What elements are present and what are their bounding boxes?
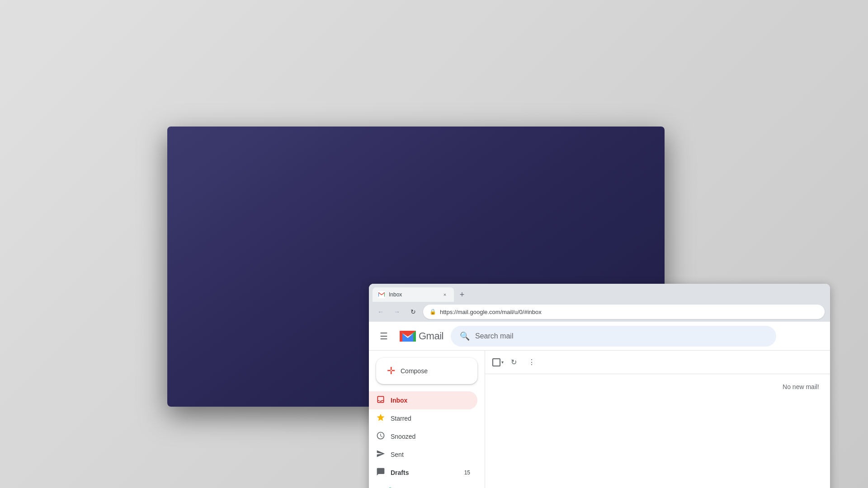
more-options-icon: ⋮ [528,358,535,366]
email-toolbar: ▾ ↻ ⋮ [485,351,830,374]
gmail-favicon-icon [378,291,385,298]
empty-state: No new mail! [485,374,830,488]
gmail-header: ☰ [369,322,830,351]
browser-tab-inbox[interactable]: Inbox × [373,287,454,302]
forward-button[interactable]: → [391,305,403,318]
search-placeholder-text: Search mail [475,332,513,340]
tab-bar: Inbox × + [369,284,830,302]
desktop: Inbox × + ← → ↻ 🔒 https://mail.google.co… [0,0,868,488]
sidebar-item-inbox[interactable]: Inbox [369,391,477,409]
back-button[interactable]: ← [374,305,387,318]
no-mail-message: No new mail! [783,383,819,390]
more-options-button[interactable]: ⋮ [524,354,540,371]
gmail-logo[interactable]: Gmail [399,329,443,343]
select-all-checkbox[interactable] [492,358,500,366]
refresh-toolbar-icon: ↻ [511,358,517,366]
select-checkbox-area[interactable]: ▾ [492,358,504,366]
drafts-label: Drafts [391,469,409,476]
starred-label: Starred [391,415,411,422]
gmail-wordmark: Gmail [419,330,443,342]
menu-icon[interactable]: ☰ [376,327,392,345]
sent-icon [376,449,385,460]
sidebar-item-drafts[interactable]: Drafts 15 [369,464,477,482]
monitor-bezel: Inbox × + ← → ↻ 🔒 https://mail.google.co… [167,127,665,407]
tab-close-button[interactable]: × [441,291,448,298]
new-tab-button[interactable]: + [456,288,468,301]
sidebar-item-starred[interactable]: Starred [369,409,477,427]
compose-plus-icon: ✛ [387,365,395,377]
search-bar[interactable]: 🔍 Search mail [451,326,776,347]
tab-title: Inbox [389,291,438,298]
url-bar[interactable]: 🔒 https://mail.google.com/mail/u/0/#inbo… [423,305,825,319]
sent-label: Sent [391,451,404,458]
gmail-body: ✛ Compose Inbox [369,351,830,488]
address-bar: ← → ↻ 🔒 https://mail.google.com/mail/u/0… [369,302,830,322]
inbox-label: Inbox [391,397,407,404]
main-content: ▾ ↻ ⋮ No new mail! [485,351,830,488]
gmail-m-logo-icon [399,329,417,343]
sidebar-item-snoozed[interactable]: Snoozed [369,427,477,446]
url-text: https://mail.google.com/mail/u/0/#inbox [440,309,542,315]
compose-label: Compose [401,367,428,375]
drafts-icon [376,467,385,478]
star-icon [376,413,385,424]
drafts-badge: 15 [464,469,470,476]
search-icon: 🔍 [460,331,470,341]
inbox-icon [376,395,385,406]
snooze-icon [376,431,385,442]
select-dropdown-arrow[interactable]: ▾ [501,360,504,365]
gmail-app: ☰ [369,322,830,488]
refresh-button[interactable]: ↻ [407,305,420,318]
snoozed-label: Snoozed [391,433,415,440]
compose-button[interactable]: ✛ Compose [376,358,477,384]
browser-chrome: Inbox × + ← → ↻ 🔒 https://mail.google.co… [369,284,830,322]
sidebar-item-sent[interactable]: Sent [369,446,477,464]
sidebar-item-clients[interactable]: ▶ Clients [369,482,477,488]
lock-icon: 🔒 [429,309,436,315]
refresh-toolbar-button[interactable]: ↻ [505,354,522,371]
sidebar: ✛ Compose Inbox [369,351,485,488]
browser-window: Inbox × + ← → ↻ 🔒 https://mail.google.co… [369,284,830,488]
